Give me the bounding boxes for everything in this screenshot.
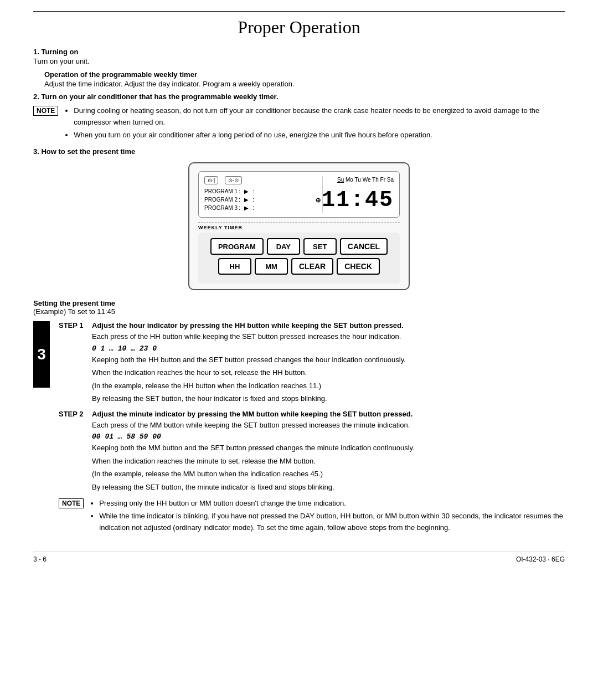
step2-header: STEP 2 Adjust the minute indicator by pr…: [59, 410, 565, 418]
note1-bullet2: When you turn on your air conditioner af…: [74, 130, 565, 141]
step2-text4: (In the example, release the MM button w…: [92, 469, 565, 480]
turning-on-heading: 1. Turning on: [33, 48, 78, 56]
top-divider: [33, 11, 565, 12]
footer-right: OI-432-03 · 6EG: [516, 555, 565, 563]
program-row-1: PROGRAM 1 : ▶ :: [204, 188, 318, 194]
day-th: Th: [372, 177, 379, 183]
programmable-timer-text: Adjust the time indicator. Adjust the da…: [44, 80, 295, 88]
note-content-2: Pressing only the HH button or MM button…: [89, 498, 565, 534]
footer-left: 3 - 6: [33, 555, 47, 563]
section-step3-heading: 3. How to set the present time: [33, 147, 565, 156]
step2-body: Each press of the MM button while keepin…: [92, 420, 565, 493]
device-outer: ⊙·| ⊙·⊙ PROGRAM 1 : ▶ :: [188, 162, 410, 290]
clear-button[interactable]: CLEAR: [291, 258, 333, 275]
program2-label: PROGRAM 2: [204, 197, 239, 203]
steps-content: STEP 1 Adjust the hour indicator by pres…: [59, 321, 565, 540]
note2-bullet1: Pressing only the HH button or MM button…: [99, 498, 565, 509]
program-row-3: PROGRAM 3 : ▶ :: [204, 204, 318, 211]
page-title: Proper Operation: [33, 17, 565, 38]
time-icon: ⊕: [316, 195, 321, 205]
section-step2: 2. Turn on your air conditioner that has…: [33, 92, 565, 101]
weekly-timer-label: WEEKLY TIMER: [198, 222, 400, 230]
setting-present-time-heading: Setting the present time: [33, 299, 115, 307]
step1-section: STEP 1 Adjust the hour indicator by pres…: [59, 321, 565, 404]
cancel-button[interactable]: CANCEL: [340, 238, 388, 255]
step2-text5: By releasing the SET button, the minute …: [92, 482, 565, 493]
note2-bullet2: While the time indicator is blinking, if…: [99, 511, 565, 534]
day-tu: Tu: [355, 177, 361, 183]
day-sa: Sa: [387, 177, 394, 183]
section-programmable-timer: Operation of the programmable weekly tim…: [44, 70, 565, 90]
program-row-2: PROGRAM 2 : ▶ :: [204, 196, 318, 203]
check-button[interactable]: CHECK: [337, 258, 380, 275]
step1-text4: (In the example, release the HH button w…: [92, 380, 565, 392]
step2-text3: When the indication reaches the minute t…: [92, 456, 565, 467]
setting-example: (Example) To set to 11:45: [33, 307, 115, 316]
time-display: ⊕ 11:45: [316, 188, 394, 213]
set-button[interactable]: SET: [303, 238, 337, 255]
step1-sequence: 0 1 … 10 … 23 0: [92, 344, 565, 353]
hh-button[interactable]: HH: [218, 258, 251, 275]
note-label-2: NOTE: [59, 498, 84, 508]
step2-heading: Adjust the minute indicator by pressing …: [92, 410, 565, 418]
device-display: ⊙·| ⊙·⊙ PROGRAM 1 : ▶ :: [198, 171, 400, 218]
step1-body: Each press of the HH button while keepin…: [92, 331, 565, 404]
step2-text1: Each press of the MM button while keepin…: [92, 420, 565, 431]
step1-header: STEP 1 Adjust the hour indicator by pres…: [59, 321, 565, 330]
program1-dots: : ▶ :: [239, 188, 254, 194]
display-left: ⊙·| ⊙·⊙ PROGRAM 1 : ▶ :: [204, 176, 318, 213]
setting-present-time-section: Setting the present time (Example) To se…: [33, 299, 565, 316]
display-right: Su Mo Tu We Th Fr Sa ⊕ 11:45: [327, 176, 394, 213]
buttons-row1: PROGRAM DAY SET CANCEL: [203, 238, 395, 255]
program2-dots: : ▶ :: [239, 196, 254, 203]
step3-heading: 3. How to set the present time: [33, 147, 135, 156]
step1-text1: Each press of the HH button while keepin…: [92, 331, 565, 342]
buttons-row2: HH MM CLEAR CHECK: [203, 258, 395, 275]
time-value: 11:45: [322, 188, 394, 213]
step1-text5: By releasing the SET button, the hour in…: [92, 393, 565, 404]
program3-label: PROGRAM 3: [204, 205, 239, 211]
device-icon1: ⊙·|: [204, 176, 218, 184]
day-fr: Fr: [380, 177, 385, 183]
device-icon2: ⊙·⊙: [225, 176, 242, 184]
note-content-1: During cooling or heating season, do not…: [64, 105, 565, 142]
step2-heading: 2. Turn on your air conditioner that has…: [33, 92, 279, 101]
footer: 3 - 6 OI-432-03 · 6EG: [33, 552, 565, 563]
step2-section: STEP 2 Adjust the minute indicator by pr…: [59, 410, 565, 493]
note-box-1: NOTE During cooling or heating season, d…: [33, 105, 565, 142]
program3-dots: : ▶ :: [239, 204, 254, 211]
turning-on-text: Turn on your unit.: [33, 57, 89, 65]
programmable-timer-heading: Operation of the programmable weekly tim…: [44, 70, 197, 79]
program1-label: PROGRAM 1: [204, 188, 239, 194]
note-box-2: NOTE Pressing only the HH button or MM b…: [59, 498, 565, 534]
note1-bullet1: During cooling or heating season, do not…: [74, 105, 565, 128]
day-button[interactable]: DAY: [267, 238, 300, 255]
day-we: We: [363, 177, 371, 183]
sidebar-number: 3: [33, 321, 50, 388]
mm-button[interactable]: MM: [255, 258, 288, 275]
step1-label: STEP 1: [59, 321, 92, 330]
note-label-1: NOTE: [33, 106, 58, 116]
step1-text3: When the indication reaches the hour to …: [92, 367, 565, 378]
icons-row: ⊙·| ⊙·⊙: [204, 176, 318, 184]
day-su: Su: [337, 177, 344, 183]
program-button[interactable]: PROGRAM: [210, 238, 264, 255]
page-lower-section: 3 STEP 1 Adjust the hour indicator by pr…: [33, 321, 565, 540]
step1-heading: Adjust the hour indicator by pressing th…: [92, 321, 565, 330]
step2-text2: Keeping both the MM button and the SET b…: [92, 442, 565, 454]
step2-label: STEP 2: [59, 410, 92, 418]
section-turning-on: 1. Turning on Turn on your unit.: [33, 48, 565, 67]
day-mo: Mo: [346, 177, 353, 183]
buttons-panel: PROGRAM DAY SET CANCEL HH MM CLEAR CHECK: [198, 233, 400, 284]
day-indicator: Su Mo Tu We Th Fr Sa: [337, 176, 394, 184]
device-illustration: ⊙·| ⊙·⊙ PROGRAM 1 : ▶ :: [33, 162, 565, 290]
step2-sequence: 00 01 … 58 59 00: [92, 433, 565, 441]
step1-text2: Keeping both the HH button and the SET b…: [92, 354, 565, 366]
